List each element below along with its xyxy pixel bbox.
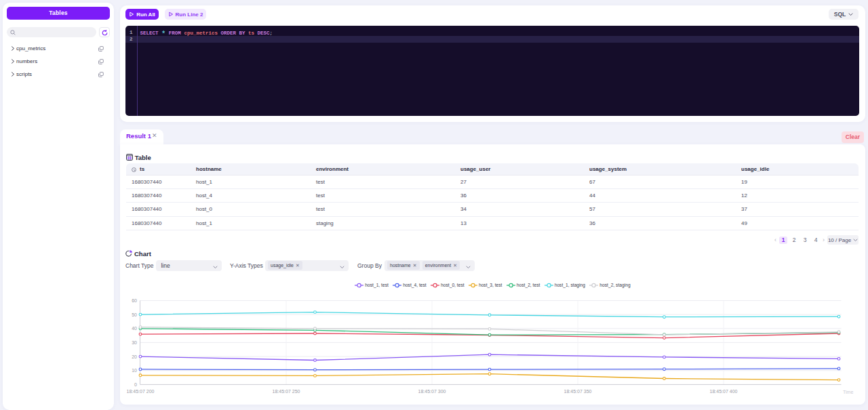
svg-text:Time: Time [843,390,853,394]
svg-text:60: 60 [132,298,137,303]
svg-text:18:45:07 200: 18:45:07 200 [127,389,155,394]
svg-text:20: 20 [132,354,137,359]
svg-text:18:45:07 350: 18:45:07 350 [564,389,592,394]
svg-text:18:45:07 400: 18:45:07 400 [710,389,738,394]
svg-text:18:45:07 300: 18:45:07 300 [418,389,446,394]
svg-text:30: 30 [132,340,137,345]
svg-text:10: 10 [132,368,137,373]
svg-text:40: 40 [132,326,137,331]
svg-text:0: 0 [134,382,137,387]
svg-text:50: 50 [132,312,137,317]
svg-text:18:45:07 250: 18:45:07 250 [273,389,300,394]
